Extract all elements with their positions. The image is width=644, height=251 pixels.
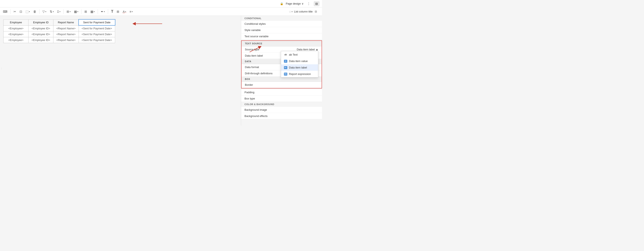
copy-button[interactable]: ⊡: [18, 9, 24, 14]
cell-report-1: <Report Name>: [54, 25, 79, 32]
source-type-row: Source type Data item label ▲ ab ab Text…: [242, 46, 322, 53]
dropdown-item-expression-label: Report expression: [289, 72, 311, 76]
text-source-section: TEXT SOURCE Source type Data item label …: [241, 40, 322, 88]
page-design-chevron: ∨: [302, 2, 304, 5]
cell-empid-3: <Employee ID>: [28, 37, 54, 43]
dropdown-item-text-label: ab Text: [289, 53, 298, 56]
text-icon: ab: [284, 53, 287, 56]
table-row: <Employee> <Employee ID> <Report Name> <…: [4, 25, 115, 32]
dropdown-item-expression[interactable]: RE Report expression: [281, 71, 318, 77]
cut-button[interactable]: ✂: [12, 9, 18, 14]
dropdown-item-label-label: Data item label: [289, 66, 307, 69]
cell-employee-3: <Employee>: [4, 37, 28, 43]
dropdown-item-text[interactable]: ab ab Text: [281, 51, 318, 58]
dropdown-item-label[interactable]: DL Data item label: [281, 64, 318, 71]
cell-report-3: <Report Name>: [54, 37, 79, 43]
toolbar-title-label: List column title: [294, 10, 313, 13]
data-label-icon: DL: [284, 66, 287, 69]
table-row: <Employee> <Employee ID> <Report Name> <…: [4, 32, 115, 37]
col-header-employee[interactable]: Employee: [4, 19, 28, 25]
conditional-styles-label: Conditional styles: [244, 22, 319, 25]
merge-button[interactable]: ⊞: [115, 9, 120, 14]
content-area: ⋮ Employee Employee ID Report Name Sent …: [0, 16, 241, 126]
dropdown-item-value-label: Data item value: [289, 60, 308, 63]
page-design-button[interactable]: Page design ∨: [286, 2, 304, 5]
columns-button[interactable]: ⊞: [83, 9, 88, 14]
paste-button[interactable]: ⬚ ▾: [24, 9, 31, 14]
source-type-dropdown: ab ab Text DI Data item value DL Data it…: [281, 51, 318, 77]
color-bg-header: COLOR & BACKGROUND: [241, 102, 322, 107]
source-type-select[interactable]: Data item label ▲: [297, 48, 318, 51]
style-variable-label: Style variable: [244, 29, 319, 32]
col-header-report-name[interactable]: Report Name: [54, 19, 79, 25]
tool-button[interactable]: ⌨: [2, 9, 9, 14]
background-effects-row[interactable]: Background effects: [241, 113, 322, 119]
sep5: [98, 9, 98, 14]
main-layout: ⋮ Employee Employee ID Report Name Sent …: [0, 16, 322, 126]
col-header-employee-id[interactable]: Employee ID: [28, 19, 54, 25]
expression-icon: RE: [284, 73, 287, 76]
text-source-header: TEXT SOURCE: [242, 41, 322, 46]
filter-button[interactable]: ▽ ▾: [41, 9, 48, 14]
grid-button[interactable]: ⊞ ▾: [65, 9, 72, 14]
source-type-chevron: ▲: [316, 48, 318, 51]
border-row[interactable]: Border: [242, 82, 322, 88]
sort-button[interactable]: ⇅ ▾: [48, 9, 55, 14]
source-type-value: Data item label: [297, 48, 315, 51]
background-image-label: Background image: [244, 108, 319, 111]
cell-employee-2: <Employee>: [4, 32, 28, 37]
fill-button[interactable]: A ▾: [122, 9, 128, 14]
source-type-wrapper: Data item label ▲ ab ab Text DI Data ite…: [297, 48, 318, 51]
top-bar: 🔒 Page design ∨ ⋮ ⊟: [0, 0, 322, 8]
box-type-row[interactable]: Box type: [241, 96, 322, 102]
col-header-sent-date[interactable]: Sent for Payment Date: [78, 19, 115, 25]
text-bold-button[interactable]: T: [110, 9, 114, 15]
table-row: <Employee> <Employee ID> <Report Name> <…: [4, 37, 115, 43]
toolbar-filter-btn[interactable]: ⊟: [314, 10, 318, 14]
report-table: Employee Employee ID Report Name Sent fo…: [3, 19, 115, 43]
delete-button[interactable]: 🗑: [32, 9, 38, 14]
data-value-icon: DI: [284, 60, 287, 63]
drag-handle: ⋮: [0, 67, 2, 70]
sep4: [81, 9, 82, 14]
table2-button[interactable]: ▦ ▾: [89, 9, 96, 14]
dropdown-item-value[interactable]: DI Data item value: [281, 58, 318, 64]
cell-empid-2: <Employee ID>: [28, 32, 54, 37]
cell-report-2: <Report Name>: [54, 32, 79, 37]
border-label: Border: [245, 83, 318, 86]
source-type-label: Source type: [245, 48, 297, 51]
lock-icon: 🔒: [280, 2, 283, 5]
cell-empid-1: <Employee ID>: [28, 25, 54, 32]
background-image-row[interactable]: Background image: [241, 107, 322, 113]
top-bar-right: 🔒 Page design ∨ ⋮ ⊟: [280, 1, 320, 6]
filter-panel-button[interactable]: ⊟: [314, 1, 320, 6]
more-options-button[interactable]: ⋮: [306, 1, 311, 6]
eyedrop-button[interactable]: ✒ ▾: [100, 9, 106, 14]
sum-button[interactable]: Σ ▾: [56, 9, 62, 14]
toolbar-title-section: □ ▾ List column title ⊟: [289, 10, 318, 14]
toolbar: ⌨ ✂ ⊡ ⬚ ▾ 🗑 ▽ ▾ ⇅ ▾ Σ ▾ ⊞ ▾ ▦ ▾ ⊞ ▦ ▾ ✒ …: [0, 8, 322, 16]
cell-date-1: <Sent for Payment Date>: [78, 25, 115, 32]
table-header-row: Employee Employee ID Report Name Sent fo…: [4, 19, 115, 25]
right-panel: CONDITIONAL Conditional styles Style var…: [241, 16, 322, 126]
conditional-section-header: CONDITIONAL: [241, 16, 322, 21]
cell-employee-1: <Employee>: [4, 25, 28, 32]
cell-date-2: <Sent for Payment Date>: [78, 32, 115, 37]
text-source-variable-label: Text source variable: [244, 35, 319, 38]
box-type-label: Box type: [244, 97, 319, 100]
text-source-variable-row[interactable]: Text source variable: [241, 33, 322, 40]
style-variable-row[interactable]: Style variable: [241, 27, 322, 33]
table-button[interactable]: ▦ ▾: [73, 9, 80, 14]
background-effects-label: Background effects: [244, 114, 319, 118]
sep2: [39, 9, 40, 14]
align-button[interactable]: ≡ ▾: [128, 9, 134, 14]
conditional-styles-row[interactable]: Conditional styles: [241, 21, 322, 27]
padding-row[interactable]: Padding: [241, 89, 322, 96]
cell-date-3: <Sent for Payment Date>: [78, 37, 115, 43]
page-design-label: Page design: [286, 2, 301, 5]
padding-label: Padding: [244, 91, 319, 94]
